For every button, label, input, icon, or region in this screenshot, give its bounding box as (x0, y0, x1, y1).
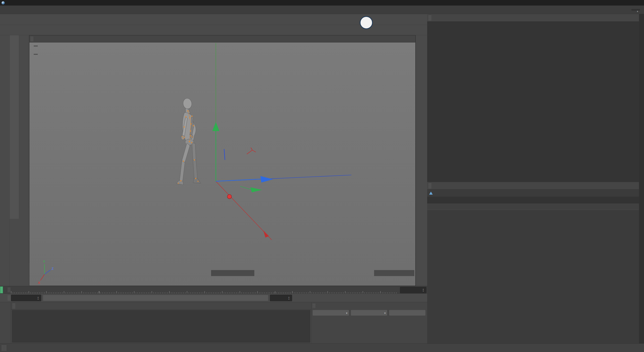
tool-palette-a (10, 35, 19, 219)
z-axis-handle (260, 176, 273, 183)
timeline-playhead[interactable] (0, 286, 3, 293)
emitters-overlay (34, 46, 38, 47)
size-mode-dropdown[interactable] (351, 310, 387, 316)
object-manager-menu (427, 14, 639, 22)
current-frame-field[interactable]: ▲▼ (400, 287, 426, 293)
transport-bar: ▲▼ ▲▼ (0, 294, 427, 302)
layout-icon-strip (416, 35, 427, 286)
grid-spacing-info (374, 270, 414, 276)
range-start-field[interactable]: ▲▼ (11, 295, 41, 301)
timeline-ticks (11, 286, 398, 293)
object-tree (427, 22, 639, 182)
y-axis-handle (212, 122, 219, 131)
axis-gizmo: Y Z X (38, 260, 54, 285)
window-controls (609, 0, 644, 6)
fps-info (211, 270, 254, 276)
material-list-area[interactable] (12, 310, 310, 342)
axis-handles[interactable] (212, 122, 273, 238)
range-end-field[interactable]: ▲▼ (270, 295, 292, 301)
stepper-icon[interactable]: ▲▼ (37, 296, 39, 300)
attribute-manager-menu (427, 182, 639, 190)
stepper-icon[interactable]: ▲▼ (422, 288, 424, 292)
interface-dropdown[interactable] (631, 9, 640, 11)
gizmo-x-label: X (38, 281, 40, 285)
gizmo-y-label: Y (43, 260, 45, 263)
viewport-canvas[interactable]: Y Z X (29, 42, 415, 286)
status-bar (0, 343, 644, 352)
drag-grip[interactable] (8, 295, 11, 301)
viewport-panel: Y Z X (29, 35, 416, 286)
drag-grip[interactable] (30, 36, 33, 41)
right-panel (427, 14, 639, 343)
apply-button[interactable] (389, 310, 426, 316)
material-manager (11, 302, 311, 343)
maximize-button[interactable] (621, 0, 632, 6)
material-manager-menu (11, 302, 311, 310)
polygon-object-icon (429, 192, 433, 195)
app-logo-icon (2, 1, 5, 5)
attribute-tabs (427, 197, 639, 204)
minimize-button[interactable] (609, 0, 621, 6)
scene-3d: Y Z X (29, 42, 415, 286)
coordinates-manager (311, 302, 427, 343)
side-tab-strip (639, 14, 644, 343)
gizmo-z-label: Z (52, 267, 54, 271)
world-axes (216, 43, 351, 240)
timeline-ruler[interactable]: ▲▼ (0, 286, 427, 294)
drag-grip[interactable] (312, 303, 315, 308)
mode-toolbar (0, 35, 10, 286)
attribute-manager (427, 182, 639, 210)
tool-palette-b (19, 35, 29, 263)
deer-badge-icon[interactable] (360, 16, 373, 29)
particles-overlay (34, 54, 38, 55)
object-manager (427, 14, 639, 182)
title-bar (0, 0, 644, 6)
viewport-menu-bar (29, 35, 415, 42)
timeline-range-slider[interactable] (43, 295, 268, 301)
interface-selector (629, 9, 640, 11)
x-axis-handle (227, 195, 232, 199)
brand-strip (0, 302, 11, 343)
drag-grip[interactable] (8, 287, 11, 293)
drag-grip (2, 345, 7, 351)
stepper-icon[interactable]: ▲▼ (288, 296, 290, 300)
section-header (427, 204, 639, 210)
plane-handle (250, 187, 262, 192)
close-button[interactable] (632, 0, 644, 6)
attribute-title-row (427, 190, 639, 197)
drag-grip[interactable] (12, 303, 15, 309)
main-menu-bar (0, 6, 644, 14)
position-mode-dropdown[interactable] (312, 310, 349, 316)
drag-grip[interactable] (428, 183, 431, 189)
drag-grip[interactable] (428, 15, 431, 21)
